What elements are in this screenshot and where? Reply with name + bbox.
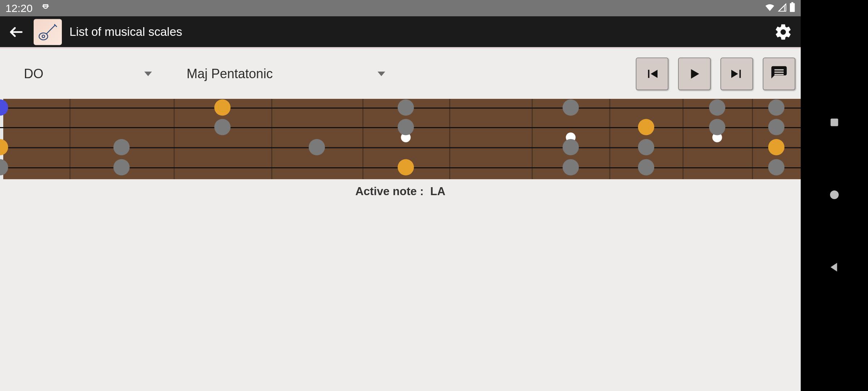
play-button[interactable] [678, 57, 711, 90]
note-dot[interactable] [638, 139, 654, 155]
svg-point-2 [39, 33, 48, 39]
signal-icon [778, 2, 787, 14]
chevron-down-icon [144, 69, 152, 79]
root-note-dropdown[interactable]: DO [0, 57, 163, 90]
svg-rect-7 [831, 119, 838, 126]
note-dot[interactable] [709, 119, 726, 135]
svg-rect-1 [791, 2, 793, 3]
note-dot[interactable] [214, 119, 231, 135]
svg-rect-4 [774, 69, 784, 70]
note-dot[interactable] [638, 159, 654, 176]
svg-point-3 [42, 35, 44, 37]
note-dot[interactable] [563, 159, 579, 176]
svg-rect-5 [774, 71, 784, 72]
comment-button[interactable] [763, 57, 795, 90]
root-note-value: DO [24, 66, 43, 81]
next-button[interactable] [720, 57, 753, 90]
status-app-icon [41, 2, 50, 14]
note-dot[interactable] [768, 159, 784, 176]
note-dot[interactable] [114, 159, 130, 176]
controls-bar: DO Maj Pentatonic [0, 47, 801, 99]
battery-icon [790, 2, 796, 14]
note-dot[interactable] [563, 100, 579, 116]
note-dot[interactable] [214, 100, 231, 116]
active-note-value: LA [430, 185, 446, 198]
note-dot[interactable] [398, 159, 414, 176]
active-note-row: Active note : LA [0, 179, 801, 203]
note-dot[interactable] [768, 139, 784, 155]
scale-type-value: Maj Pentatonic [187, 66, 273, 81]
note-dot[interactable] [0, 100, 8, 116]
fretboard[interactable] [0, 99, 801, 179]
note-dot[interactable] [709, 100, 726, 116]
app-logo [34, 19, 62, 45]
nav-recent-button[interactable] [828, 116, 841, 130]
note-dot[interactable] [768, 119, 784, 135]
note-dot[interactable] [0, 159, 8, 176]
chevron-down-icon [378, 69, 385, 79]
note-dot[interactable] [0, 139, 8, 155]
note-dot[interactable] [768, 100, 784, 116]
page-title: List of musical scales [69, 25, 182, 39]
scale-type-dropdown[interactable]: Maj Pentatonic [163, 57, 396, 90]
note-dot[interactable] [114, 139, 130, 155]
back-button[interactable] [7, 22, 26, 42]
note-dot[interactable] [309, 139, 325, 155]
nav-back-button[interactable] [828, 261, 841, 275]
active-note-label: Active note : [355, 185, 424, 198]
svg-point-8 [830, 190, 839, 199]
svg-rect-6 [774, 73, 784, 75]
app-bar: List of musical scales [0, 16, 801, 47]
status-time: 12:20 [5, 2, 33, 14]
nav-home-button[interactable] [828, 188, 841, 203]
wifi-icon [765, 2, 775, 14]
note-dot[interactable] [398, 119, 414, 135]
system-nav-bar [801, 0, 868, 391]
settings-button[interactable] [773, 21, 794, 43]
previous-button[interactable] [636, 57, 668, 90]
note-dot[interactable] [563, 139, 579, 155]
note-dot[interactable] [638, 119, 654, 135]
note-dot[interactable] [398, 100, 414, 116]
status-bar: 12:20 [0, 0, 801, 16]
svg-rect-0 [790, 3, 795, 12]
